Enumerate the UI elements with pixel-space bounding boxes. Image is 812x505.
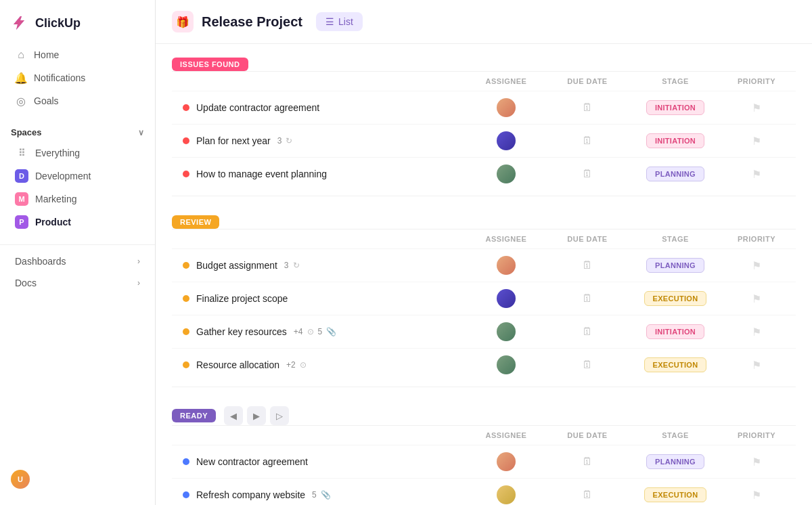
task-name-cell: Gather key resources+4⊙5📎 bbox=[183, 326, 466, 337]
section-badge-ready[interactable]: READY bbox=[172, 409, 216, 422]
priority-flag-icon[interactable]: ⚑ bbox=[752, 326, 761, 338]
nav-home[interactable]: ⌂ Home bbox=[4, 43, 151, 66]
spaces-chevron-icon: ∨ bbox=[138, 128, 144, 137]
task-status-dot bbox=[183, 458, 189, 465]
priority-flag-icon[interactable]: ⚑ bbox=[752, 259, 761, 272]
col-priority: PRIORITY bbox=[723, 77, 790, 85]
table-row[interactable]: Resource allocation+2⊙🗓EXECUTION⚑ bbox=[172, 348, 796, 381]
stage-cell: EXECUTION bbox=[628, 487, 723, 502]
table-row[interactable]: New contractor agreement🗓PLANNING⚑ bbox=[172, 445, 796, 478]
assignee-cell bbox=[466, 322, 547, 341]
section-badge-review[interactable]: REVIEW bbox=[172, 215, 219, 229]
main-area: 🎁 Release Project ☰ List ISSUES FOUNDASS… bbox=[156, 0, 812, 505]
section-review: REVIEWASSIGNEEDUE DATESTAGEPRIORITYBudge… bbox=[172, 215, 796, 387]
priority-flag-icon[interactable]: ⚑ bbox=[752, 135, 761, 148]
due-date-cell[interactable]: 🗓 bbox=[547, 259, 628, 271]
toolbar-button[interactable]: ◀ bbox=[224, 406, 243, 425]
calendar-icon: 🗓 bbox=[582, 168, 593, 180]
task-name-text[interactable]: Resource allocation bbox=[196, 359, 279, 370]
stage-badge[interactable]: INITIATION bbox=[646, 100, 704, 115]
due-date-cell[interactable]: 🗓 bbox=[547, 102, 628, 114]
nav-goals[interactable]: ◎ Goals bbox=[4, 89, 151, 112]
table-row[interactable]: Finalize project scope🗓EXECUTION⚑ bbox=[172, 282, 796, 315]
sidebar-item-everything[interactable]: Everything bbox=[4, 141, 151, 164]
calendar-icon: 🗓 bbox=[582, 292, 593, 305]
list-view-tab[interactable]: ☰ List bbox=[316, 12, 363, 31]
due-date-cell[interactable]: 🗓 bbox=[547, 326, 628, 338]
task-name-text[interactable]: Update contractor agreement bbox=[196, 102, 319, 113]
stage-badge[interactable]: PLANNING bbox=[646, 258, 704, 273]
assignee-cell bbox=[466, 98, 547, 117]
task-meta: +2⊙ bbox=[286, 360, 307, 370]
task-meta: +4⊙5📎 bbox=[294, 327, 336, 336]
toolbar-button[interactable]: ▷ bbox=[270, 406, 289, 425]
priority-flag-icon[interactable]: ⚑ bbox=[752, 168, 761, 181]
table-row[interactable]: Plan for next year3↻🗓INITIATION⚑ bbox=[172, 124, 796, 157]
task-name-text[interactable]: Finalize project scope bbox=[196, 293, 288, 304]
sidebar-item-dashboards[interactable]: Dashboards › bbox=[4, 250, 151, 272]
sidebar-user[interactable]: U bbox=[0, 462, 155, 497]
priority-flag-icon[interactable]: ⚑ bbox=[752, 102, 761, 114]
stage-badge[interactable]: EXECUTION bbox=[644, 487, 707, 502]
col-headers-issues: ASSIGNEEDUE DATESTAGEPRIORITY bbox=[172, 71, 796, 91]
col-due-date: DUE DATE bbox=[547, 77, 628, 85]
priority-flag-icon[interactable]: ⚑ bbox=[752, 359, 761, 372]
sidebar-item-product[interactable]: P Product bbox=[4, 211, 151, 234]
priority-flag-icon[interactable]: ⚑ bbox=[752, 292, 761, 305]
col-headers-ready: ASSIGNEEDUE DATESTAGEPRIORITY bbox=[172, 425, 796, 445]
table-row[interactable]: Gather key resources+4⊙5📎🗓INITIATION⚑ bbox=[172, 315, 796, 348]
task-name-text[interactable]: New contractor agreement bbox=[196, 456, 308, 467]
table-row[interactable]: Budget assignment3↻🗓PLANNING⚑ bbox=[172, 248, 796, 282]
stage-cell: EXECUTION bbox=[628, 357, 723, 372]
table-row[interactable]: How to manage event planning🗓PLANNING⚑ bbox=[172, 157, 796, 190]
task-name-text[interactable]: How to manage event planning bbox=[196, 169, 327, 179]
table-row[interactable]: Refresh company website5📎🗓EXECUTION⚑ bbox=[172, 478, 796, 505]
due-date-cell[interactable]: 🗓 bbox=[547, 489, 628, 501]
clickup-logo-icon bbox=[11, 14, 30, 32]
due-date-cell[interactable]: 🗓 bbox=[547, 359, 628, 371]
stage-badge[interactable]: INITIATION bbox=[646, 133, 704, 148]
spaces-header[interactable]: Spaces ∨ bbox=[0, 123, 155, 141]
sidebar-item-development[interactable]: D Development bbox=[4, 164, 151, 188]
due-date-cell[interactable]: 🗓 bbox=[547, 168, 628, 180]
col-stage: STAGE bbox=[628, 77, 723, 85]
task-name-text[interactable]: Plan for next year bbox=[196, 135, 271, 146]
assignee-cell bbox=[466, 452, 547, 471]
everything-icon bbox=[15, 146, 28, 160]
col-task-name bbox=[188, 77, 466, 85]
priority-flag-icon[interactable]: ⚑ bbox=[752, 489, 761, 502]
sidebar-item-marketing[interactable]: M Marketing bbox=[4, 188, 151, 211]
sidebar-item-docs[interactable]: Docs › bbox=[4, 272, 151, 294]
stage-badge[interactable]: EXECUTION bbox=[644, 291, 707, 306]
stage-badge[interactable]: PLANNING bbox=[646, 454, 704, 469]
due-date-cell[interactable]: 🗓 bbox=[547, 292, 628, 305]
priority-cell: ⚑ bbox=[723, 326, 790, 338]
priority-cell: ⚑ bbox=[723, 135, 790, 148]
section-badge-issues[interactable]: ISSUES FOUND bbox=[172, 58, 248, 71]
stage-cell: INITIATION bbox=[628, 133, 723, 148]
assignee-cell bbox=[466, 131, 547, 150]
task-name-text[interactable]: Refresh company website bbox=[196, 489, 305, 500]
avatar bbox=[497, 131, 516, 150]
attachment-icon: 📎 bbox=[326, 327, 336, 336]
due-date-cell[interactable]: 🗓 bbox=[547, 456, 628, 468]
project-icon-glyph: 🎁 bbox=[176, 16, 189, 28]
user-avatar: U bbox=[11, 470, 30, 489]
task-name-text[interactable]: Budget assignment bbox=[196, 260, 277, 271]
home-icon: ⌂ bbox=[15, 49, 27, 61]
priority-flag-icon[interactable]: ⚑ bbox=[752, 456, 761, 468]
stage-badge[interactable]: PLANNING bbox=[646, 167, 704, 181]
marketing-label: Marketing bbox=[35, 194, 76, 204]
task-name-text[interactable]: Gather key resources bbox=[196, 326, 287, 337]
due-date-cell[interactable]: 🗓 bbox=[547, 135, 628, 147]
assignee-cell bbox=[466, 256, 547, 275]
avatar bbox=[497, 256, 516, 275]
bell-icon: 🔔 bbox=[15, 72, 27, 84]
calendar-icon: 🗓 bbox=[582, 326, 593, 338]
nav-notifications[interactable]: 🔔 Notifications bbox=[4, 66, 151, 89]
stage-badge[interactable]: EXECUTION bbox=[644, 357, 707, 372]
stage-badge[interactable]: INITIATION bbox=[646, 324, 704, 339]
table-row[interactable]: Update contractor agreement🗓INITIATION⚑ bbox=[172, 91, 796, 124]
toolbar-button[interactable]: ▶ bbox=[247, 406, 266, 425]
assignee-cell bbox=[466, 164, 547, 183]
